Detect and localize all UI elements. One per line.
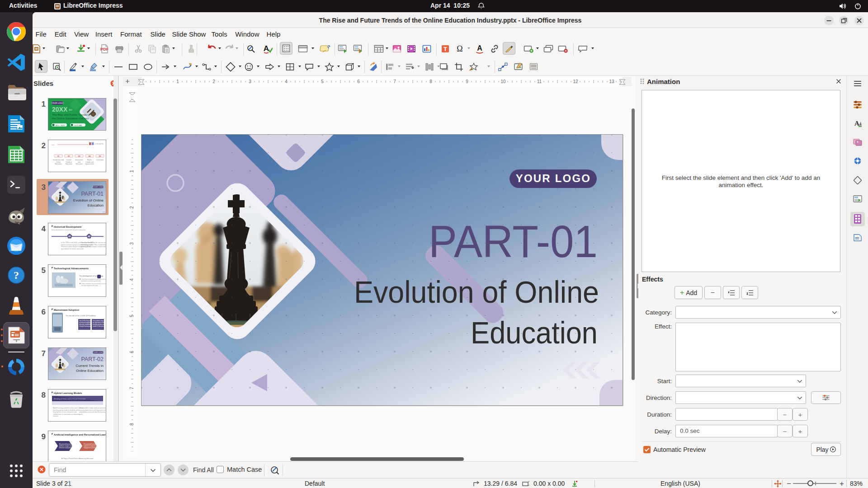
svg-text:«‹: «‹ [101, 208, 104, 211]
svg-text:6: 6 [357, 79, 360, 84]
svg-text:«‹: «‹ [101, 374, 104, 377]
svg-text:Historical Development: Historical Development [54, 225, 81, 228]
svg-text:collaboration in classrooms an: collaboration in classrooms an important [53, 413, 80, 415]
svg-text:»›: »› [69, 108, 72, 112]
svg-text:platforms evolved significantl: platforms evolved significantly [81, 280, 101, 282]
svg-text:1: 1 [176, 79, 179, 84]
svg-text:Online: Online [56, 161, 61, 163]
svg-text:PDF: PDF [100, 47, 109, 52]
svg-text:Mainstream Adoption: Mainstream Adoption [54, 309, 80, 311]
svg-text:adaptability connected with th: adaptability connected with the learning [79, 411, 105, 413]
svg-text:YOUR LOGO: YOUR LOGO [93, 186, 104, 188]
svg-text:Blending of Online and In-Pers: Blending of Online and In-Person Instruc… [54, 398, 86, 400]
svg-text:Education: Education [65, 163, 72, 165]
svg-text:Trends in: Trends in [66, 161, 72, 163]
svg-text:13: 13 [609, 79, 614, 84]
svg-text:Education: Education [75, 163, 82, 165]
svg-text:Ω: Ω [457, 44, 462, 53]
svg-text:Early development and growth o: Early development and growth of online e… [52, 229, 85, 231]
svg-text:engagement outcomes rise: engagement outcomes rise [84, 447, 99, 449]
svg-text:YOUR LOGO: YOUR LOGO [51, 102, 64, 104]
svg-text:12: 12 [573, 79, 578, 84]
svg-text:groundwork for online educatio: groundwork for online education. [61, 248, 84, 250]
svg-text:7: 7 [393, 79, 396, 84]
svg-text:2: 2 [212, 79, 215, 84]
svg-text:YOUR LOGO: YOUR LOGO [93, 352, 104, 353]
svg-text:6: 6 [129, 351, 134, 353]
svg-text:02: 02 [68, 155, 70, 157]
svg-text:A: A [477, 44, 482, 52]
svg-text:These models enable more perso: These models enable more personalized [79, 407, 106, 409]
svg-text:01: 01 [68, 235, 71, 238]
svg-text:02: 02 [88, 235, 90, 238]
svg-text:9: 9 [466, 79, 468, 84]
svg-text:Artificial Intelligence and Pe: Artificial Intelligence and Personalized… [54, 433, 106, 436]
svg-text:delivery of educational conten: delivery of educational content online, [81, 246, 106, 248]
svg-text:Education: Education [87, 203, 104, 207]
svg-text:The Rise and Future Trends of: The Rise and Future Trends of [52, 113, 90, 116]
svg-text:8: 8 [129, 423, 134, 426]
svg-text:became mainstream tools: became mainstream tools [81, 285, 98, 286]
svg-text:3: 3 [249, 79, 251, 84]
svg-text:10: 10 [500, 79, 506, 84]
svg-text:A: A [854, 120, 859, 127]
svg-text:keeping face-to-face interacti: keeping face-to-face interaction and [53, 411, 77, 413]
svg-text:Market: Market [87, 159, 92, 161]
svg-text:Hybrid Learning Models: Hybrid Learning Models [54, 392, 82, 394]
svg-text:A: A [264, 44, 269, 53]
svg-text:The decade of the COVID-19 Pan: The decade of the COVID-19 Pandemic [66, 315, 96, 317]
svg-text:04: 04 [89, 155, 91, 157]
svg-text:element: element [53, 415, 58, 417]
svg-text:Online Education: Online Education [76, 369, 104, 373]
svg-text:Outlook and: Outlook and [85, 161, 94, 163]
svg-text:Technological Advancements: Technological Advancements [54, 267, 89, 270]
svg-text:4: 4 [285, 79, 288, 84]
svg-text:1: 1 [129, 170, 134, 173]
svg-text:teaching, giving students flex: teaching, giving students flexibility wh… [53, 409, 79, 411]
svg-text:01: 01 [57, 155, 60, 157]
svg-text:technology in the 1990s enable: technology in the 1990s enabled the [81, 244, 106, 246]
svg-text:11: 11 [537, 79, 542, 84]
svg-text:Evolution of Online: Evolution of Online [73, 198, 104, 202]
svg-text:05: 05 [99, 155, 101, 157]
svg-text:4: 4 [129, 278, 134, 281]
svg-text:Mr.Li 2023: Mr.Li 2023 [56, 124, 65, 127]
svg-text:the Online Education Industry: the Online Education Industry [52, 117, 89, 120]
svg-text:7: 7 [129, 387, 134, 389]
svg-text:T: T [443, 46, 447, 52]
svg-text:CONTENTS: CONTENTS [94, 143, 104, 145]
svg-text:››››: ›››› [52, 143, 55, 146]
svg-text:and: and [78, 161, 80, 163]
svg-text:10:25 AM: 10:25 AM [74, 124, 82, 127]
svg-text:goals: goals [79, 413, 83, 415]
svg-text:?: ? [14, 269, 19, 281]
svg-text:learning experiences and impro: learning experiences and improved to the [79, 409, 106, 411]
svg-text:Introduction and: Introduction and [53, 159, 64, 161]
svg-text:Current Trends in: Current Trends in [75, 364, 104, 368]
svg-text:03: 03 [78, 155, 80, 157]
svg-text:5: 5 [321, 79, 324, 84]
svg-text:Innovations: Innovations [75, 159, 83, 161]
svg-text:The development of the interne: The development of the internet and [81, 242, 106, 244]
svg-text:PART-01: PART-01 [81, 191, 104, 197]
svg-text:PART-02: PART-02 [81, 356, 104, 362]
svg-text:5: 5 [129, 314, 134, 317]
svg-text:3: 3 [129, 242, 134, 245]
svg-text:Conclusion: Conclusion [96, 159, 104, 161]
svg-text:models of education: models of education [93, 325, 104, 327]
svg-text:20XX: 20XX [52, 106, 68, 113]
svg-text:AI Plays a Pivotal Role in Adv: AI Plays a Pivotal Role in Advancing Edu… [61, 458, 94, 460]
svg-text:Opportunities: Opportunities [85, 163, 94, 165]
svg-text:Current: Current [66, 159, 71, 161]
svg-text:Education: Education [55, 163, 61, 165]
svg-text:behaviour and performance: behaviour and performance [59, 447, 75, 449]
svg-text:2: 2 [129, 206, 134, 209]
svg-text:8: 8 [429, 79, 432, 84]
